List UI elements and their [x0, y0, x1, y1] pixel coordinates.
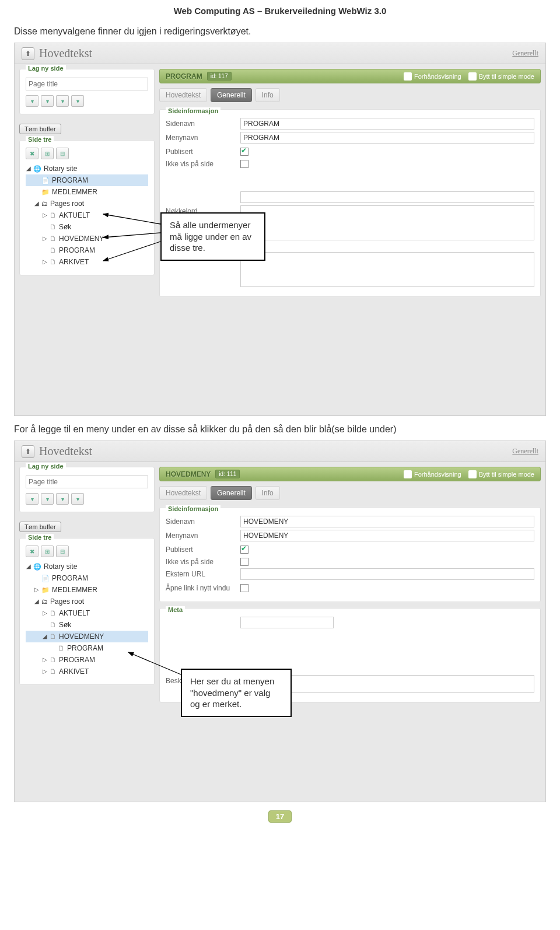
tree-item[interactable]: ▷ARKIVET	[26, 666, 148, 677]
tab-hovedtekst[interactable]: Hovedtekst	[159, 88, 207, 102]
sidenavn-input[interactable]	[240, 118, 534, 130]
tool-icon-1[interactable]: ▾	[26, 95, 38, 107]
tab-hovedtekst[interactable]: Hovedtekst	[159, 486, 207, 500]
ikkevis-label: Ikke vis på side	[166, 556, 240, 566]
callout-2: Her ser du at menyen "hovedmeny" er valg…	[181, 669, 292, 717]
ekstern-input[interactable]	[240, 568, 534, 580]
sideinfo-panel: Sideinformasjon Sidenavn Menynavn Publis…	[159, 507, 541, 602]
tab-info[interactable]: Info	[256, 88, 280, 102]
expand-icon[interactable]: ◢	[34, 198, 39, 209]
node-icon	[50, 607, 57, 619]
generelt-link[interactable]: Generellt	[512, 49, 538, 58]
tree-item[interactable]: ◢Rotary site	[26, 561, 148, 572]
meta-input-1[interactable]	[240, 617, 334, 628]
tab-generellt[interactable]: Generellt	[211, 88, 252, 102]
tree-item[interactable]: ◢Pages root	[26, 596, 148, 607]
tool-icon-1[interactable]: ▾	[26, 493, 38, 505]
tree-item[interactable]: ▷AKTUELT	[26, 209, 148, 221]
tab-info[interactable]: Info	[256, 486, 280, 500]
tree-tool-2[interactable]: ⊞	[41, 546, 54, 557]
ikkevis-checkbox[interactable]	[240, 160, 249, 168]
tool-icon-3[interactable]: ▾	[56, 493, 69, 505]
up-button[interactable]: ⬆	[22, 445, 34, 458]
publisert-checkbox[interactable]	[240, 546, 249, 554]
tree-item[interactable]: ▷MEDLEMMER	[26, 584, 148, 596]
simple-mode-button[interactable]: Bytt til simple mode	[468, 470, 534, 478]
tree-tool-3[interactable]: ⊟	[56, 546, 69, 557]
node-label: ARKIVET	[59, 256, 89, 268]
tree-item[interactable]: ▷HOVEDMENY	[26, 233, 148, 244]
content-page-name: HOVEDMENY	[166, 470, 211, 478]
tree-tool-1[interactable]: ✖	[26, 148, 38, 159]
menynavn-input[interactable]	[240, 132, 534, 144]
menynavn-input[interactable]	[240, 530, 534, 541]
up-button[interactable]: ⬆	[22, 47, 34, 60]
expand-icon[interactable]: ◢	[34, 596, 39, 607]
preview-label: Forhåndsvisning	[414, 73, 461, 80]
nokkelord-textarea[interactable]	[240, 205, 534, 240]
tree-item[interactable]: PROGRAM	[26, 244, 148, 256]
tree-item[interactable]: PROGRAM	[26, 174, 148, 186]
callout-1: Så alle undermenyer må ligge under en av…	[160, 212, 265, 261]
node-icon	[41, 596, 48, 607]
tree-item[interactable]: ◢Pages root	[26, 198, 148, 209]
tree-item[interactable]: ◢HOVEDMENY	[26, 631, 148, 642]
simple-mode-button[interactable]: Bytt til simple mode	[468, 72, 534, 81]
sidenavn-input[interactable]	[240, 516, 534, 527]
tree-item[interactable]: MEDLEMMER	[26, 186, 148, 198]
tree-item[interactable]: PROGRAM	[26, 642, 148, 654]
tool-icon-2[interactable]: ▾	[41, 95, 54, 107]
section-legend: Sideinformasjon	[166, 107, 220, 114]
preview-icon	[404, 470, 412, 478]
tree-item[interactable]: ▷ARKIVET	[26, 256, 148, 268]
lag-ny-side-panel: Lag ny side ▾ ▾ ▾ ▾	[19, 467, 155, 512]
tree-item[interactable]: ▷PROGRAM	[26, 654, 148, 666]
tree-tool-1[interactable]: ✖	[26, 546, 38, 557]
node-label: HOVEDMENY	[59, 233, 104, 244]
expand-icon[interactable]: ▷	[42, 209, 47, 221]
expand-icon[interactable]: ▷	[42, 666, 47, 677]
apne-checkbox[interactable]	[240, 584, 249, 592]
node-label: AKTUELT	[59, 607, 90, 619]
tree-item[interactable]: PROGRAM	[26, 572, 148, 584]
page-title-input[interactable]	[26, 476, 148, 488]
empty-buffer-button[interactable]: Tøm buffer	[19, 124, 61, 134]
expand-icon[interactable]: ◢	[26, 163, 31, 174]
expand-icon[interactable]: ▷	[42, 256, 47, 268]
hidden-input-1[interactable]	[240, 191, 534, 203]
preview-button[interactable]: Forhåndsvisning	[404, 470, 461, 478]
beskrivelse-textarea[interactable]	[240, 252, 534, 287]
ikkevis-checkbox[interactable]	[240, 558, 249, 566]
expand-icon[interactable]: ◢	[42, 631, 47, 642]
node-icon	[50, 256, 57, 268]
panel-legend: Side tre	[26, 136, 54, 143]
content-header-bar: PROGRAM id: 117 Forhåndsvisning Bytt til…	[159, 69, 541, 83]
tree-tool-2[interactable]: ⊞	[41, 148, 54, 159]
publisert-checkbox[interactable]	[240, 148, 249, 156]
tool-icon-2[interactable]: ▾	[41, 493, 54, 505]
preview-button[interactable]: Forhåndsvisning	[404, 72, 461, 81]
tab-generellt[interactable]: Generellt	[211, 486, 252, 500]
node-icon	[41, 174, 50, 186]
tree-item[interactable]: Søk	[26, 619, 148, 631]
node-label: PROGRAM	[59, 654, 95, 666]
tree-item[interactable]: Søk	[26, 221, 148, 233]
expand-icon[interactable]: ◢	[26, 561, 31, 572]
tree-item[interactable]: ▷AKTUELT	[26, 607, 148, 619]
content-header-bar: HOVEDMENY id: 111 Forhåndsvisning Bytt t…	[159, 467, 541, 481]
tree-tool-3[interactable]: ⊟	[56, 148, 69, 159]
tool-icon-4[interactable]: ▾	[71, 493, 84, 505]
panel-legend: Lag ny side	[26, 463, 66, 470]
expand-icon[interactable]: ▷	[42, 233, 47, 244]
generelt-link[interactable]: Generellt	[512, 447, 538, 456]
expand-icon[interactable]: ▷	[42, 654, 47, 666]
tool-icon-4[interactable]: ▾	[71, 95, 84, 107]
tree-item[interactable]: ◢Rotary site	[26, 163, 148, 174]
expand-icon[interactable]: ▷	[42, 607, 47, 619]
expand-icon[interactable]: ▷	[34, 584, 39, 596]
empty-buffer-button[interactable]: Tøm buffer	[19, 522, 61, 532]
node-icon	[41, 186, 50, 198]
node-label: MEDLEMMER	[52, 584, 97, 596]
tool-icon-3[interactable]: ▾	[56, 95, 69, 107]
page-title-input[interactable]	[26, 78, 148, 90]
